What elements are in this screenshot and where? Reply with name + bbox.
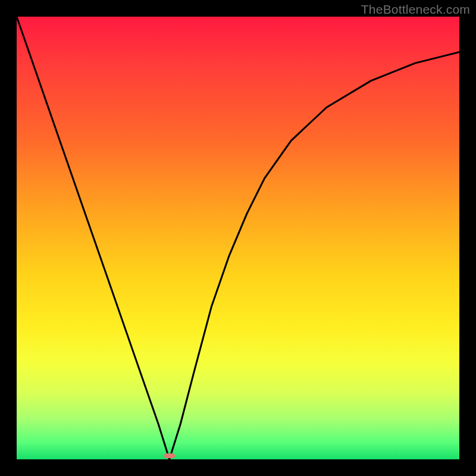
plot-area bbox=[17, 17, 459, 459]
trough-marker bbox=[164, 453, 175, 458]
bottleneck-curve bbox=[17, 17, 459, 459]
curve-path bbox=[17, 17, 459, 459]
chart-frame: TheBottleneck.com bbox=[0, 0, 476, 476]
watermark-text: TheBottleneck.com bbox=[361, 2, 470, 17]
